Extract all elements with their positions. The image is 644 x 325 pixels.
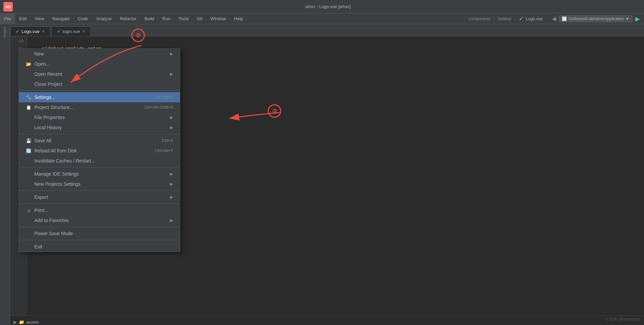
tab-logo-vue[interactable]: ✔ Logo.vue ✕ [10, 27, 51, 36]
menu-refactor[interactable]: Refactor [116, 13, 140, 24]
vue-icon-logo: ✔ [16, 29, 20, 34]
separator-5 [19, 204, 180, 204]
title-bar: wh whxc - Logo.vue [whxc] [0, 0, 644, 13]
tab-login-vue[interactable]: ✔ login.vue ✕ [51, 27, 91, 36]
save-all-icon: 💾 [26, 138, 32, 143]
project-structure-shortcut: Ctrl+Alt+Shift+S [144, 105, 173, 110]
watermark: CSDN @radient-lsr [606, 317, 641, 322]
menu-item-open[interactable]: 📂 Open... [19, 59, 180, 69]
menu-item-invalidate[interactable]: Invalidate Caches / Restart... [19, 156, 180, 166]
menu-git[interactable]: Git [193, 13, 206, 24]
file-tree-assets[interactable]: ▶ 📁 assets [13, 319, 641, 325]
menu-code[interactable]: Code [74, 13, 92, 24]
file-dropdown-menu: New ▶ 📂 Open... Open Recent ▶ Close Proj… [19, 48, 180, 252]
run-config[interactable]: ⬜ OutboundCallAdminApplication ▼ [559, 15, 633, 22]
file-properties-arrow-icon: ▶ [170, 115, 173, 120]
annotation-2: ② [268, 104, 281, 118]
open-recent-arrow-icon: ▶ [170, 72, 173, 76]
file-tree-assets-label: assets [26, 320, 39, 325]
folder-icon-assets: 📁 [19, 320, 24, 325]
open-icon: 📂 [26, 62, 32, 67]
separator-1 [19, 91, 180, 91]
menu-item-local-history[interactable]: Local History ▶ [19, 122, 180, 133]
breadcrumb-filename: Logo.vue [526, 16, 543, 21]
menu-item-project-structure[interactable]: 📋 Project Structure... Ctrl+Alt+Shift+S [19, 102, 180, 112]
run-button[interactable]: ▶ [635, 15, 640, 23]
menu-view[interactable]: View [31, 13, 48, 24]
sidebar-project-label[interactable]: Project [3, 27, 7, 37]
menu-item-close-project[interactable]: Close Project [19, 79, 180, 89]
menu-window[interactable]: Window [206, 13, 230, 24]
menu-item-manage-ide[interactable]: Manage IDE Settings ▶ [19, 169, 180, 179]
settings-icon: 🔧 [26, 95, 32, 100]
menu-item-save-all[interactable]: 💾 Save All Ctrl+S [19, 136, 180, 146]
settings-shortcut: Ctrl+Alt+S [155, 95, 173, 100]
menu-item-settings[interactable]: 🔧 Settings... Ctrl+Alt+S [19, 92, 180, 102]
code-line-40 [34, 38, 637, 45]
tab-login-vue-label: login.vue [63, 29, 80, 34]
separator-6 [19, 227, 180, 227]
menu-bar: File Edit View Navigate Code Analyze Ref… [0, 13, 644, 24]
menu-item-export[interactable]: Export ▶ [19, 192, 180, 202]
tab-login-close[interactable]: ✕ [82, 29, 85, 34]
new-projects-arrow-icon: ▶ [170, 182, 173, 186]
menu-item-add-favorites[interactable]: Add to Favorites ▶ [19, 215, 180, 225]
export-arrow-icon: ▶ [170, 195, 173, 200]
separator-3 [19, 167, 180, 168]
menu-item-file-properties[interactable]: File Properties ▶ [19, 112, 180, 122]
main-layout: Project ✔ Logo.vue ✕ ✔ login.vue ✕ 40 41… [0, 24, 644, 325]
menu-help[interactable]: Help [230, 13, 247, 24]
app-logo: wh [3, 2, 13, 11]
sidebar-strip: Project [0, 24, 10, 325]
menu-item-power-save[interactable]: Power Save Mode [19, 228, 180, 239]
new-arrow-icon: ▶ [170, 51, 173, 56]
menu-run[interactable]: Run [158, 13, 174, 24]
menu-build[interactable]: Build [140, 13, 158, 24]
annotation-1: ① [131, 29, 145, 42]
project-structure-icon: 📋 [26, 105, 32, 110]
menu-file[interactable]: File [0, 13, 15, 24]
tab-bar: ✔ Logo.vue ✕ ✔ login.vue ✕ [10, 24, 644, 36]
save-all-shortcut: Ctrl+S [162, 138, 173, 143]
separator-2 [19, 134, 180, 134]
menu-tools[interactable]: Tools [174, 13, 193, 24]
menu-item-new[interactable]: New ▶ [19, 49, 180, 59]
reload-icon: 🔄 [26, 148, 32, 153]
menu-item-reload[interactable]: 🔄 Reload All from Disk Ctrl+Alt+Y [19, 146, 180, 156]
menu-item-new-projects-settings[interactable]: New Projects Settings ▶ [19, 179, 180, 189]
separator-7 [19, 240, 180, 240]
title-bar-text: whxc - Logo.vue [whxc] [15, 4, 641, 9]
menu-navigate[interactable]: Navigate [48, 13, 73, 24]
vue-icon-login: ✔ [57, 29, 61, 34]
file-tree: ▶ 📁 assets ▶ 📁 components [10, 316, 644, 325]
menu-analyze[interactable]: Analyze [92, 13, 116, 24]
menu-edit[interactable]: Edit [15, 13, 31, 24]
reload-shortcut: Ctrl+Alt+Y [155, 148, 173, 153]
menu-item-print[interactable]: 🖨 Print... [19, 205, 180, 215]
local-history-arrow-icon: ▶ [170, 125, 173, 130]
tab-logo-close[interactable]: ✕ [42, 29, 45, 34]
menu-item-open-recent[interactable]: Open Recent ▶ [19, 69, 180, 79]
manage-ide-arrow-icon: ▶ [170, 172, 173, 176]
favorites-arrow-icon: ▶ [170, 218, 173, 223]
print-icon: 🖨 [26, 208, 32, 213]
run-config-label: OutboundCallAdminApplication [568, 16, 624, 21]
separator-4 [19, 190, 180, 191]
tab-logo-vue-label: Logo.vue [22, 29, 40, 34]
menu-item-exit[interactable]: Exit [19, 242, 180, 252]
